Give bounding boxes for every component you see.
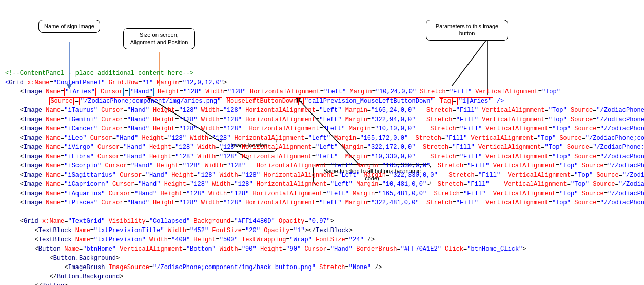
line-iaquarius: <Image Name="iAquarius" Cursor="Hand" He…: [5, 189, 639, 198]
callout-name-image-text: Name of sign image: [44, 23, 94, 29]
callout-params: Parameters to this image button: [426, 20, 508, 41]
callout-params-text: Parameters to this image button: [436, 23, 498, 36]
line-itaurus: <Image Name="iTaurus" Cursor="Hand" Heig…: [5, 106, 639, 115]
line-btnbgclose: </Button.Background>: [5, 272, 639, 281]
callout-size-alignment: Size on screen, Alignment and Position: [123, 28, 195, 49]
line-iscorpio: <Image Name="iScorpio" Cursor="Hand" Hei…: [5, 161, 639, 170]
line-imagebrush: <ImageBrush ImageSource="/ZodiacPhone;co…: [5, 263, 639, 272]
line-btnclose: </Button>: [5, 281, 639, 285]
line-iaries2: Source="/ZodiacPhone;component/img/aries…: [5, 97, 639, 106]
line-ileo: <Image Name="iLeo" Cursor="Hand" Height=…: [5, 134, 639, 143]
line-ilibra: <Image Name="iLibra" Cursor="Hand" Heigh…: [5, 152, 639, 161]
line-txtprevisiontitle: <TextBlock Name="txtPrevisionTitle" Widt…: [5, 226, 639, 235]
callout-size-text: Size on screen, Alignment and Position: [130, 32, 188, 45]
line-icapricorn: <Image Name="iCapricorn" Cursor="Hand" H…: [5, 180, 639, 189]
line-igemini: <Image Name="iGemini" Cursor="Hand" Heig…: [5, 115, 639, 124]
line-grid1: <Grid x:Name="ContentPanel" Grid.Row="1"…: [5, 78, 639, 87]
line-isagittarius: <Image Name="iSagittarius" Cursor="Hand"…: [5, 170, 639, 180]
line-ipisces: <Image Name="iPisces" Cursor="Hand" Heig…: [5, 198, 639, 207]
line-btnhome: <Button Name="btnHome" VerticalAlignment…: [5, 244, 639, 254]
line-btnbg: <Button.Background>: [5, 254, 639, 263]
line-txtprevision: <TextBlock Name="txtPrevision" Width="40…: [5, 235, 639, 244]
line-ivirgo: <Image Name="iVirgo" Cursor="Hand" Heigh…: [5, 143, 639, 152]
callout-name-image: Name of sign image: [38, 20, 100, 33]
line-textgrid: <Grid x:Name="TextGrid" Visibility="Coll…: [5, 217, 639, 226]
comment-text: <!--ContentPanel - place additional cont…: [5, 70, 193, 77]
line-blank1: [5, 207, 639, 217]
line-comment: <!--ContentPanel - place additional cont…: [5, 69, 639, 78]
line-icancer: <Image Name="iCancer" Cursor="Hand" Heig…: [5, 124, 639, 134]
line-iaries1: <Image Name="iAries" Cursor="Hand" Heigh…: [5, 87, 639, 97]
code-area: <!--ContentPanel - place additional cont…: [0, 67, 644, 285]
